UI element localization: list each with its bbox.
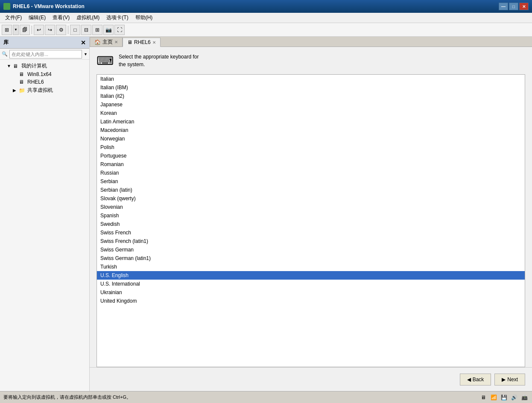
keyboard-item-romanian[interactable]: Romanian (97, 160, 525, 169)
tab-close-btn[interactable]: ✕ (114, 40, 118, 44)
toolbar-btn-1[interactable]: ⊞ (2, 25, 12, 35)
next-icon: ▶ (502, 377, 506, 383)
keyboard-item-slovak--qwerty-[interactable]: Slovak (qwerty) (97, 194, 525, 203)
main-area: 库 ✕ 🔍 ▼ ▼ 🖥 我的计算机 🖥 Win8.1x64 🖥 RHEL6 ▶ … (0, 37, 532, 391)
keyboard-item-macedonian[interactable]: Macedonian (97, 126, 525, 134)
keyboard-item-swedish[interactable]: Swedish (97, 220, 525, 228)
toolbar-separator-2 (68, 26, 68, 34)
keyboard-item-serbian[interactable]: Serbian (97, 177, 525, 186)
menu-item-文件(F)[interactable]: 文件(F) (2, 13, 25, 22)
keyboard-item-korean[interactable]: Korean (97, 109, 525, 117)
toolbar-btn-3[interactable]: ↩ (34, 25, 44, 35)
status-icons: 🖥 📶 💾 🔊 📠 (479, 393, 529, 402)
toolbar-btn-5[interactable]: ⚙ (56, 25, 66, 35)
app-icon (3, 3, 10, 10)
tab-bar: 🏠 主页 ✕ 🖥 RHEL6 ✕ (90, 37, 532, 47)
sidebar-tree: ▼ 🖥 我的计算机 🖥 Win8.1x64 🖥 RHEL6 ▶ 📁 共享虚拟机 (0, 60, 89, 391)
keyboard-item-latin-american[interactable]: Latin American (97, 117, 525, 126)
keyboard-item-japanese[interactable]: Japanese (97, 100, 525, 109)
expand-icon: ▼ (7, 64, 12, 68)
toolbar: ⊞ ▼ 🗐 ↩ ↪ ⚙ □ ⊟ ⊞ 📷 ⛶ (0, 23, 532, 37)
keyboard-item-swiss-french[interactable]: Swiss French (97, 228, 525, 237)
tab-RHEL6[interactable]: 🖥 RHEL6 ✕ (123, 38, 161, 47)
keyboard-item-swiss-german[interactable]: Swiss German (97, 245, 525, 254)
status-icon-1[interactable]: 🖥 (479, 393, 488, 402)
view-btn-5[interactable]: ⛶ (114, 25, 125, 35)
tab-label: 主页 (102, 38, 113, 46)
keyboard-item-italian[interactable]: Italian (97, 75, 525, 83)
tree-item-我的计算机[interactable]: ▼ 🖥 我的计算机 (0, 61, 89, 70)
view-btn-2[interactable]: ⊟ (81, 25, 91, 35)
wizard-instruction: Select the appropriate keyboard for the … (119, 54, 199, 67)
content-pane: 🏠 主页 ✕ 🖥 RHEL6 ✕ ⌨ Select the appropriat… (90, 37, 532, 391)
tree-item-label: RHEL6 (27, 79, 44, 85)
status-bar: 要将输入定向到该虚拟机，请在虚拟机内部单击或按 Ctrl+G。 🖥 📶 💾 🔊 … (0, 391, 532, 403)
keyboard-item-norwegian[interactable]: Norwegian (97, 134, 525, 143)
next-button[interactable]: ▶ Next (494, 374, 525, 385)
view-btn-4[interactable]: 📷 (103, 25, 114, 35)
search-icon: 🔍 (2, 51, 8, 57)
expand-icon: ▶ (13, 88, 18, 93)
window-controls: — □ ✕ (499, 3, 529, 10)
tree-item-win8.1x64[interactable]: 🖥 Win8.1x64 (0, 70, 89, 78)
tab-close-btn[interactable]: ✕ (152, 40, 156, 45)
tree-item-label: 共享虚拟机 (27, 87, 53, 94)
sidebar-close-button[interactable]: ✕ (81, 39, 86, 46)
keyboard-item-spanish[interactable]: Spanish (97, 211, 525, 220)
tree-item-label: 我的计算机 (21, 62, 47, 70)
minimize-button[interactable]: — (499, 3, 508, 10)
toolbar-btn-2[interactable]: 🗐 (20, 25, 30, 35)
keyboard-item-united-kingdom[interactable]: United Kingdom (97, 297, 525, 305)
close-button[interactable]: ✕ (519, 3, 529, 10)
tree-item-共享虚拟机[interactable]: ▶ 📁 共享虚拟机 (0, 86, 89, 95)
back-label: Back (473, 377, 484, 383)
keyboard-item-serbian--latin-[interactable]: Serbian (latin) (97, 186, 525, 194)
tab-label: RHEL6 (134, 39, 151, 45)
status-icon-2[interactable]: 📶 (489, 393, 498, 402)
back-icon: ◀ (467, 377, 471, 383)
keyboard-item-turkish[interactable]: Turkish (97, 263, 525, 271)
tab-icon: 🏠 (94, 39, 101, 45)
keyboard-item-ukrainian[interactable]: Ukrainian (97, 288, 525, 297)
maximize-button[interactable]: □ (509, 3, 518, 10)
keyboard-item-u.s.-international[interactable]: U.S. International (97, 280, 525, 288)
status-icon-3[interactable]: 💾 (500, 393, 508, 402)
tree-item-icon: 🖥 (19, 71, 26, 77)
sidebar-search-area: 🔍 ▼ (0, 49, 89, 60)
menu-item-查看(V)[interactable]: 查看(V) (49, 13, 73, 22)
keyboard-item-italian--it2-[interactable]: Italian (it2) (97, 92, 525, 100)
keyboard-item-italian--ibm-[interactable]: Italian (IBM) (97, 83, 525, 92)
toolbar-dropdown-arrow-1[interactable]: ▼ (13, 25, 19, 35)
keyboard-item-u.s.-english[interactable]: U.S. English (97, 271, 525, 280)
wizard-header: ⌨ Select the appropriate keyboard for th… (90, 47, 532, 74)
tree-item-icon: 🖥 (13, 63, 20, 69)
tree-item-label: Win8.1x64 (27, 71, 52, 77)
tab-主页[interactable]: 🏠 主页 ✕ (90, 37, 123, 47)
view-btn-3[interactable]: ⊞ (92, 25, 102, 35)
keyboard-item-portuguese[interactable]: Portuguese (97, 152, 525, 160)
view-btn-1[interactable]: □ (70, 25, 80, 35)
keyboard-item-swiss-german--latin1-[interactable]: Swiss German (latin1) (97, 254, 525, 263)
keyboard-list[interactable]: ItalianItalian (IBM)Italian (it2)Japanes… (96, 74, 525, 367)
search-dropdown-icon[interactable]: ▼ (84, 52, 88, 56)
status-text: 要将输入定向到该虚拟机，请在虚拟机内部单击或按 Ctrl+G。 (3, 394, 131, 400)
toolbar-btn-4[interactable]: ↪ (45, 25, 55, 35)
menu-item-虚拟机(M)[interactable]: 虚拟机(M) (73, 13, 103, 22)
search-input[interactable] (9, 50, 82, 58)
status-icon-4[interactable]: 🔊 (510, 393, 518, 402)
keyboard-item-russian[interactable]: Russian (97, 169, 525, 177)
keyboard-item-polish[interactable]: Polish (97, 143, 525, 152)
menu-item-编辑(E)[interactable]: 编辑(E) (25, 13, 49, 22)
tree-item-rhel6[interactable]: 🖥 RHEL6 (0, 78, 89, 86)
back-button[interactable]: ◀ Back (460, 374, 491, 385)
tree-item-icon: 📁 (19, 88, 26, 93)
toolbar-dropdown-1: ▼ (13, 25, 19, 35)
status-icon-5[interactable]: 📠 (520, 393, 529, 402)
menu-item-帮助(H)[interactable]: 帮助(H) (132, 13, 156, 22)
keyboard-item-swiss-french--latin1-[interactable]: Swiss French (latin1) (97, 237, 525, 245)
toolbar-separator-1 (32, 26, 32, 34)
menu-item-选项卡(T)[interactable]: 选项卡(T) (103, 13, 132, 22)
sidebar-title: 库 (3, 39, 9, 46)
keyboard-item-slovenian[interactable]: Slovenian (97, 203, 525, 211)
wizard-header-text: Select the appropriate keyboard for the … (119, 53, 199, 68)
